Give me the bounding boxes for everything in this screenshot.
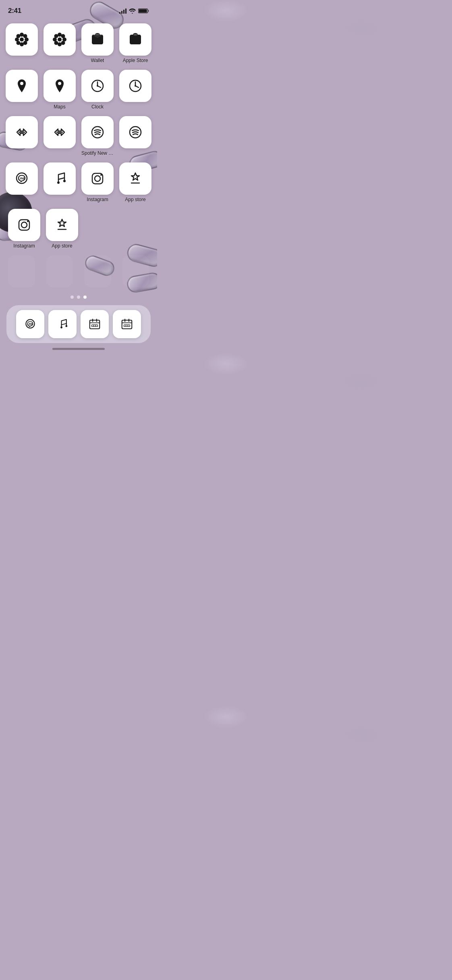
app-item-clock[interactable]: Clock bbox=[81, 70, 114, 110]
svg-rect-66 bbox=[122, 320, 132, 329]
page-dot-2 bbox=[77, 295, 80, 299]
app-icon-spotify2 bbox=[119, 116, 151, 148]
status-time: 2:41 bbox=[8, 7, 21, 15]
app-item-instagram[interactable]: Instagram bbox=[81, 162, 114, 202]
app-item-flower1[interactable] bbox=[6, 23, 38, 63]
svg-point-44 bbox=[100, 174, 102, 176]
app-icon-maps1 bbox=[6, 70, 38, 102]
app-item-appstore2[interactable]: App store bbox=[46, 209, 78, 249]
app-row-5: Instagram App store bbox=[0, 206, 157, 252]
svg-point-17 bbox=[61, 34, 65, 38]
status-icons bbox=[119, 8, 149, 14]
svg-point-54 bbox=[60, 327, 62, 329]
svg-point-40 bbox=[57, 181, 60, 184]
svg-rect-1 bbox=[139, 9, 147, 12]
svg-point-16 bbox=[54, 34, 58, 38]
svg-text:LINE: LINE bbox=[18, 177, 26, 180]
app-icon-appstore2 bbox=[46, 209, 78, 241]
app-item-capcut1[interactable] bbox=[6, 116, 38, 156]
app-icon-apple-store bbox=[119, 23, 151, 56]
app-icon-capcut2 bbox=[44, 116, 76, 148]
dock-icon-line: LINE bbox=[16, 310, 44, 338]
app-row-1: Wallet Apple Store bbox=[0, 20, 157, 67]
app-item-clock2[interactable] bbox=[119, 70, 151, 110]
app-item-music[interactable] bbox=[44, 162, 76, 202]
app-row-2: Maps Clock bbox=[0, 67, 157, 113]
svg-point-55 bbox=[65, 325, 67, 327]
svg-point-8 bbox=[23, 34, 27, 38]
svg-point-23 bbox=[58, 82, 61, 85]
svg-point-19 bbox=[61, 41, 65, 45]
app-icon-maps2 bbox=[44, 70, 76, 102]
dock-icon-calendar1 bbox=[81, 310, 109, 338]
app-icon-clock2 bbox=[119, 70, 151, 102]
dock-item-line[interactable]: LINE bbox=[16, 310, 44, 338]
app-icon-instagram bbox=[81, 162, 114, 195]
signal-icon bbox=[119, 8, 126, 14]
app-label-appstore2: App store bbox=[52, 243, 72, 249]
app-item-capcut2[interactable] bbox=[44, 116, 76, 156]
home-indicator bbox=[52, 348, 105, 350]
app-icon-flower1 bbox=[6, 23, 38, 56]
dock-icon-music bbox=[48, 310, 77, 338]
svg-point-27 bbox=[97, 85, 98, 87]
app-item-maps1[interactable] bbox=[6, 70, 38, 110]
app-label-appstore: App store bbox=[125, 197, 145, 202]
app-label-clock: Clock bbox=[91, 104, 104, 110]
app-label-instagram: Instagram bbox=[87, 197, 108, 202]
battery-icon bbox=[138, 8, 149, 14]
app-item-wallet[interactable]: Wallet bbox=[81, 23, 114, 63]
svg-point-9 bbox=[17, 41, 21, 45]
dock: LINE bbox=[6, 305, 151, 343]
status-bar: 2:41 bbox=[0, 0, 157, 20]
app-item-maps2[interactable]: Maps bbox=[44, 70, 76, 110]
svg-point-47 bbox=[21, 222, 27, 228]
svg-point-7 bbox=[17, 34, 21, 38]
dock-item-calendar1[interactable] bbox=[81, 310, 109, 338]
app-icon-spotify bbox=[81, 116, 114, 148]
svg-point-31 bbox=[135, 85, 136, 87]
page-dot-3 bbox=[83, 295, 87, 299]
app-icon-flower2 bbox=[44, 23, 76, 56]
svg-point-43 bbox=[95, 176, 100, 181]
app-item-spotify2[interactable] bbox=[119, 116, 151, 156]
svg-point-2 bbox=[20, 37, 24, 42]
page-dots bbox=[0, 295, 157, 299]
app-item-appstore[interactable]: App store bbox=[119, 162, 151, 202]
svg-point-11 bbox=[58, 37, 62, 42]
svg-text:LINE: LINE bbox=[27, 323, 34, 325]
dock-item-calendar2[interactable] bbox=[113, 310, 141, 338]
app-icon-appstore bbox=[119, 162, 151, 195]
app-label-spotify: Spotify New Mu bbox=[81, 150, 114, 156]
dock-item-music[interactable] bbox=[48, 310, 77, 338]
app-item-line[interactable]: LINE bbox=[6, 162, 38, 202]
app-label-maps2: Maps bbox=[54, 104, 65, 110]
app-icon-instagram2 bbox=[8, 209, 40, 241]
app-row-4: LINE Instagram bbox=[0, 159, 157, 206]
app-item-instagram2[interactable]: Instagram bbox=[8, 209, 40, 249]
svg-point-10 bbox=[23, 41, 27, 45]
app-label-wallet: Wallet bbox=[91, 58, 104, 63]
app-label-instagram2: Instagram bbox=[13, 243, 35, 249]
wifi-icon bbox=[129, 8, 136, 14]
app-item-spotify[interactable]: Spotify New Mu bbox=[81, 116, 114, 156]
app-label-apple-store: Apple Store bbox=[123, 58, 148, 63]
app-item-apple-store[interactable]: Apple Store bbox=[119, 23, 151, 63]
svg-point-48 bbox=[27, 221, 29, 222]
app-icon-music bbox=[44, 162, 76, 195]
app-icon-line: LINE bbox=[6, 162, 38, 195]
app-item-flower2[interactable] bbox=[44, 23, 76, 63]
app-icon-clock bbox=[81, 70, 114, 102]
dock-icon-calendar2 bbox=[113, 310, 141, 338]
app-icon-wallet bbox=[81, 23, 114, 56]
app-row-3: Spotify New Mu bbox=[0, 113, 157, 159]
svg-point-41 bbox=[63, 180, 66, 182]
svg-point-18 bbox=[54, 41, 58, 45]
page-dot-1 bbox=[70, 295, 74, 299]
svg-rect-56 bbox=[90, 320, 100, 329]
app-icon-capcut1 bbox=[6, 116, 38, 148]
svg-point-22 bbox=[20, 82, 23, 85]
